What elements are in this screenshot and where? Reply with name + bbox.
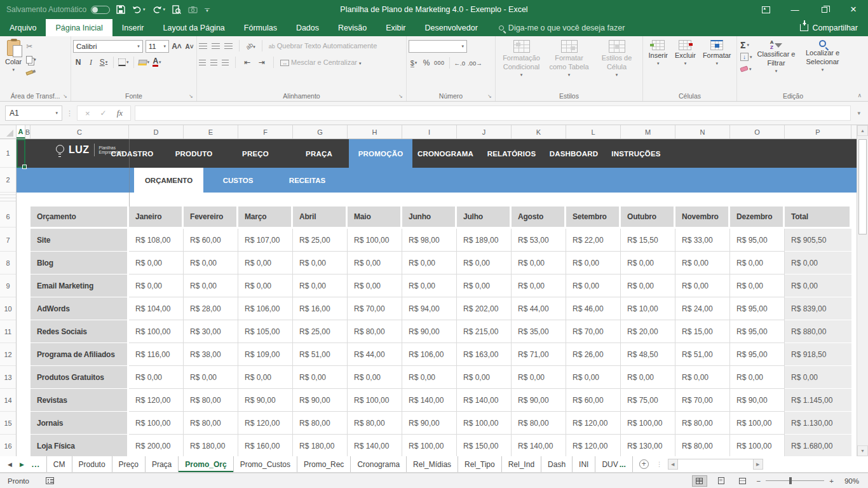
zoom-out-button[interactable]: − [757, 477, 761, 485]
cell-value[interactable]: R$ 46,00 [566, 297, 621, 320]
ribbon-tab-3[interactable]: Layout da Página [153, 19, 234, 36]
cell-value[interactable]: R$ 26,00 [566, 343, 621, 366]
row-total[interactable]: R$ 880,00 [785, 320, 851, 343]
cell-value[interactable]: R$ 90,00 [730, 389, 785, 412]
normal-view-button[interactable] [692, 475, 707, 487]
cell-value[interactable]: R$ 0,00 [730, 252, 785, 274]
cell-value[interactable]: R$ 28,00 [184, 297, 238, 320]
font-size-combo[interactable]: 11▾ [146, 40, 169, 53]
row-header-11[interactable]: 11 [0, 320, 16, 343]
cell-value[interactable]: R$ 0,00 [675, 366, 730, 389]
row-label[interactable]: Redes Sociais [31, 320, 129, 343]
sheet-tab-INI[interactable]: INI [572, 456, 595, 472]
vertical-scroll-thumb[interactable] [858, 139, 867, 234]
cell-value[interactable]: R$ 120,00 [566, 412, 621, 435]
align-center-icon[interactable] [210, 60, 217, 65]
cell-styles-button[interactable]: Estilos de Célula ▾ [593, 39, 641, 90]
comma-style-button[interactable]: 000 [434, 57, 445, 69]
cell-value[interactable]: R$ 0,00 [293, 366, 348, 389]
cell-value[interactable]: R$ 38,00 [184, 343, 238, 366]
orientation-button[interactable]: ab▾ [246, 41, 255, 50]
nav-tab-7[interactable]: DASHBOARD [542, 139, 606, 168]
cell-value[interactable]: R$ 98,00 [402, 229, 457, 252]
cell-value[interactable]: R$ 0,00 [184, 274, 238, 297]
cell-value[interactable]: R$ 160,00 [238, 435, 293, 456]
subnav-tab-2[interactable]: RECEITAS [273, 168, 342, 193]
number-format-combo[interactable]: ▾ [409, 40, 467, 53]
row-header-15[interactable]: 15 [0, 412, 16, 435]
sheet-nav-right-arrow[interactable]: ▶ [20, 461, 24, 468]
cell-value[interactable]: R$ 80,00 [675, 435, 730, 456]
add-sheet-button[interactable]: + [639, 459, 649, 469]
page-layout-view-button[interactable] [714, 475, 729, 487]
cell-value[interactable]: R$ 0,00 [512, 274, 566, 297]
decrease-decimal-button[interactable]: .00→ [468, 57, 482, 69]
cell-value[interactable]: R$ 150,00 [457, 435, 512, 456]
nav-tab-1[interactable]: PRODUTO [162, 139, 226, 168]
nav-tab-3[interactable]: PRAÇA [287, 139, 351, 168]
cell-value[interactable]: R$ 100,00 [402, 435, 457, 456]
number-dialog-launcher[interactable]: ↘ [487, 93, 493, 99]
cell-value[interactable]: R$ 108,00 [129, 229, 184, 252]
cell-value[interactable]: R$ 215,00 [457, 320, 512, 343]
cell-value[interactable]: R$ 70,00 [348, 297, 402, 320]
cell-value[interactable]: R$ 0,00 [402, 252, 457, 274]
cut-button[interactable]: ✂ [26, 41, 36, 51]
row-header-10[interactable]: 10 [0, 297, 16, 320]
increase-indent-button[interactable]: ⇥ [257, 57, 267, 68]
cell-value[interactable]: R$ 0,00 [457, 274, 512, 297]
cell-value[interactable]: R$ 80,00 [348, 412, 402, 435]
row-label[interactable]: Programa de Afiliados [31, 343, 129, 366]
autosave-toggle[interactable] [91, 6, 110, 14]
increase-decimal-button[interactable]: ←.0 [454, 57, 465, 69]
cell-value[interactable]: R$ 180,00 [293, 435, 348, 456]
cell-value[interactable]: R$ 90,00 [402, 320, 457, 343]
table-header-9[interactable]: Setembro [566, 207, 621, 227]
cell-value[interactable]: R$ 16,00 [293, 297, 348, 320]
table-header-3[interactable]: Março [238, 207, 293, 227]
sheet-tab-Praça[interactable]: Praça [145, 456, 178, 472]
cell-value[interactable]: R$ 0,00 [238, 252, 293, 274]
cell-value[interactable]: R$ 25,00 [293, 229, 348, 252]
close-button[interactable]: × [839, 0, 868, 19]
row-label[interactable]: Site [31, 229, 129, 252]
cell-value[interactable]: R$ 95,00 [730, 343, 785, 366]
cell-value[interactable]: R$ 0,00 [621, 366, 675, 389]
cell-value[interactable]: R$ 0,00 [402, 366, 457, 389]
cell-value[interactable]: R$ 95,00 [730, 320, 785, 343]
cell-value[interactable]: R$ 120,00 [129, 389, 184, 412]
sheet-tab-Promo_Orç[interactable]: Promo_Orç [178, 456, 233, 472]
cell-value[interactable]: R$ 0,00 [621, 274, 675, 297]
cell-value[interactable]: R$ 0,00 [238, 274, 293, 297]
row-label[interactable]: Loja Física [31, 435, 129, 456]
column-header-O[interactable]: O [730, 125, 785, 139]
sheet-tab-DUV[interactable]: DUV... [595, 456, 632, 472]
ribbon-tab-1[interactable]: Página Inicial [46, 19, 112, 36]
autosum-button[interactable]: Σ▾ [740, 40, 752, 50]
row-header-1[interactable]: 1 [0, 139, 16, 168]
cell-value[interactable]: R$ 70,00 [675, 389, 730, 412]
cell-value[interactable]: R$ 0,00 [675, 274, 730, 297]
cell-value[interactable]: R$ 120,00 [238, 412, 293, 435]
column-header-F[interactable]: F [238, 125, 293, 139]
cell-value[interactable]: R$ 15,00 [675, 320, 730, 343]
row-header-14[interactable]: 14 [0, 389, 16, 412]
cell-value[interactable]: R$ 22,00 [566, 229, 621, 252]
underline-button[interactable]: S▾ [98, 57, 109, 68]
table-header-4[interactable]: Abril [293, 207, 348, 227]
sheet-tab-Cronograma[interactable]: Cronograma [350, 456, 406, 472]
row-total[interactable]: R$ 918,50 [785, 343, 851, 366]
cell-value[interactable]: R$ 0,00 [348, 366, 402, 389]
font-name-combo[interactable]: Calibri▾ [73, 40, 143, 53]
cell-value[interactable]: R$ 120,00 [566, 435, 621, 456]
nav-tab-8[interactable]: INSTRUÇÕES [604, 139, 668, 168]
clipboard-dialog-launcher[interactable]: ↘ [63, 93, 69, 99]
cell-value[interactable]: R$ 100,00 [129, 412, 184, 435]
row-header-6[interactable]: 6 [0, 207, 16, 227]
cell-value[interactable]: R$ 106,00 [238, 297, 293, 320]
cancel-entry-button[interactable]: × [85, 109, 90, 118]
cell-value[interactable]: R$ 140,00 [402, 389, 457, 412]
cell-value[interactable]: R$ 0,00 [129, 274, 184, 297]
confirm-entry-button[interactable]: ✓ [100, 109, 107, 118]
table-header-6[interactable]: Junho [402, 207, 457, 227]
